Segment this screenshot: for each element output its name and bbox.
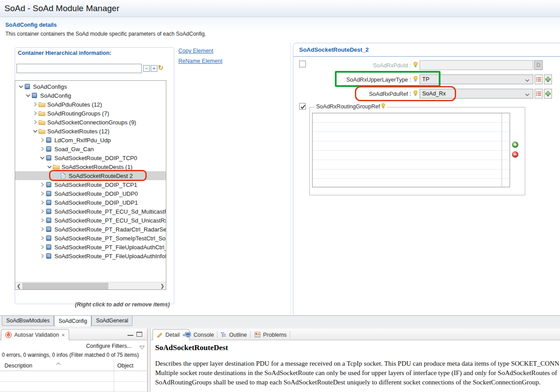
- rx-pdu-ref-value: SoAd_Rx: [422, 91, 446, 97]
- tree-item-soadroutinggroups[interactable]: SoAdRoutingGroups (7): [15, 109, 166, 118]
- chevron-down-icon[interactable]: [25, 92, 31, 99]
- routing-group-ref-table[interactable]: [312, 113, 510, 187]
- rename-element-link[interactable]: ReName Element: [178, 58, 222, 64]
- plus-icon: [545, 76, 551, 83]
- tree-item-socketroute-doip-udp0[interactable]: SoAdSocketRoute_DOIP_UDP0: [15, 189, 166, 198]
- chevron-right-icon[interactable]: [39, 252, 45, 260]
- tree-item-socketroute-pt-fileuploadauthinfo[interactable]: SoAdSocketRoute_PT_FileUploadAuthInfoN: [15, 252, 166, 260]
- refresh-icon[interactable]: ↻: [158, 64, 166, 72]
- chevron-right-icon[interactable]: [39, 190, 45, 197]
- section-band: [0, 17, 560, 42]
- tab-console[interactable]: Console: [181, 329, 218, 340]
- chevron-right-icon[interactable]: [39, 208, 45, 215]
- tree-item-label: SoAdSocketRoute_DOIP_UDP1: [54, 199, 138, 206]
- column-object[interactable]: Object: [117, 363, 133, 369]
- routing-group-ref-checkbox[interactable]: [299, 103, 306, 110]
- bulb-icon: [381, 103, 386, 110]
- choose-from-list-button[interactable]: [535, 74, 543, 84]
- minimize-icon[interactable]: [128, 332, 133, 336]
- panel-divider[interactable]: [290, 43, 291, 314]
- tree-item-label: SoAdRoutingGroups (7): [47, 110, 109, 117]
- column-description[interactable]: Description: [4, 363, 33, 369]
- chevron-right-icon[interactable]: [32, 101, 38, 108]
- chevron-right-icon[interactable]: [39, 181, 45, 188]
- chevron-right-icon[interactable]: [39, 199, 45, 206]
- tab-problems[interactable]: Problems: [251, 329, 290, 340]
- chevron-right-icon[interactable]: [39, 217, 45, 224]
- maximize-icon[interactable]: [136, 332, 142, 337]
- add-value-button[interactable]: [544, 74, 552, 84]
- module-icon: [45, 208, 53, 215]
- view-menu-icon[interactable]: [139, 343, 145, 351]
- add-value-button[interactable]: [544, 89, 552, 99]
- copy-element-link[interactable]: Copy Element: [178, 48, 222, 54]
- tree-item-socketroute-pt-radarctrl[interactable]: SoAdSocketRoute_PT_RadarCtrl_RadarServ: [15, 225, 166, 234]
- column-divider[interactable]: [114, 359, 114, 392]
- chevron-placeholder: [54, 172, 60, 179]
- table-row: [0, 391, 148, 392]
- expand-all-button[interactable]: +: [151, 65, 157, 72]
- tab-soadgeneral[interactable]: SoAdGeneral: [91, 316, 132, 326]
- tree-item-socketroute-doip-tcp0[interactable]: SoAdSocketRoute_DOIP_TCP0: [15, 153, 166, 162]
- tree-item-soadsocketconnectiongroups[interactable]: SoAdSocketConnectionGroups (9): [15, 118, 166, 127]
- configure-filters-link[interactable]: Configure Filters...: [86, 343, 132, 349]
- scroll-right-arrow-icon[interactable]: ❯: [159, 282, 166, 290]
- chevron-right-icon[interactable]: [32, 119, 38, 126]
- tab-autosar-validation[interactable]: Autosar Validation ✕: [1, 329, 69, 340]
- tree-item-socketroute-doip-tcp1[interactable]: SoAdSocketRoute_DOIP_TCP1: [15, 180, 166, 189]
- enable-pduid-checkbox[interactable]: [299, 61, 306, 67]
- tree-item-label: SoAdSocketRoute_DOIP_TCP1: [54, 182, 137, 188]
- tree-item-socketroute-pt-someiptestctrl[interactable]: SoAdSocketRoute_PT_SomeIpTestCtrl_Som: [15, 234, 166, 243]
- collapse-all-button[interactable]: −: [143, 65, 150, 72]
- scrollbar-thumb[interactable]: [22, 283, 108, 289]
- page-title: SoAd - SoAd Module Manager: [4, 4, 119, 13]
- scroll-left-arrow-icon[interactable]: ❮: [15, 282, 22, 290]
- list-icon: [535, 91, 542, 97]
- add-circle-icon: [512, 141, 519, 148]
- detail-view: Detail ✕ Console Outline Problems SoAdSo…: [150, 329, 560, 392]
- upper-layer-type-combobox[interactable]: TP: [420, 74, 533, 84]
- tree-item-socketroutedests[interactable]: SoAdSocketRouteDests (1): [15, 162, 166, 171]
- chevron-right-icon[interactable]: [39, 243, 45, 251]
- tab-outline[interactable]: Outline: [217, 329, 251, 340]
- tree-item-soadpduroutes[interactable]: SoAdPduRoutes (12): [15, 100, 166, 109]
- chevron-right-icon[interactable]: [39, 136, 45, 144]
- tree-item-socketroute-pt-ecu-sd-multicastrx[interactable]: SoAdSocketRoute_PT_ECU_Sd_MulticastRx: [15, 207, 166, 216]
- tree-item-socketroute-pt-ecu-sd-unicastrx[interactable]: SoAdSocketRoute_PT_ECU_Sd_UnicastRx: [15, 216, 166, 225]
- chevron-right-icon[interactable]: [39, 235, 45, 242]
- chevron-down-icon[interactable]: [18, 83, 24, 90]
- add-row-button[interactable]: [512, 141, 519, 148]
- chevron-down-icon[interactable]: [39, 154, 45, 161]
- remove-row-button[interactable]: [512, 151, 519, 158]
- tree-item-soadconfig[interactable]: SoAdConfig: [15, 91, 166, 100]
- tree-horizontal-scrollbar[interactable]: ❮ ❯: [15, 282, 166, 289]
- tree-item-label: SoAdSocketRouteDest 2: [69, 173, 133, 179]
- module-icon: [45, 217, 53, 224]
- chevron-down-icon[interactable]: [32, 128, 38, 135]
- tab-soadconfig[interactable]: SoAdConfig: [54, 316, 91, 327]
- tree-item-socketroute-doip-udp1[interactable]: SoAdSocketRoute_DOIP_UDP1: [15, 198, 166, 207]
- validation-flame-icon: [5, 331, 12, 338]
- chevron-down-icon[interactable]: [46, 163, 53, 170]
- tree-item-soadconfigs[interactable]: SoAdConfigs: [15, 82, 166, 91]
- tree-filter-input[interactable]: [16, 64, 142, 73]
- close-icon[interactable]: ✕: [62, 333, 65, 338]
- tree-item-socketroute-pt-fileuploadauthctrl[interactable]: SoAdSocketRoute_PT_FileUploadAuthCtrl_F: [15, 243, 166, 252]
- default-value-button[interactable]: D: [534, 60, 543, 70]
- tree-item-soadsocketroutes[interactable]: SoAdSocketRoutes (12): [15, 127, 166, 136]
- chevron-right-icon[interactable]: [32, 110, 38, 117]
- chevron-right-icon[interactable]: [39, 226, 45, 233]
- tree-item-soad-gw-can[interactable]: Soad_Gw_Can: [15, 144, 166, 153]
- tree-item-ldcom-rxifpdu-udp[interactable]: LdCom_RxIfPdu_Udp: [15, 136, 166, 144]
- rx-pdu-ref-combobox[interactable]: SoAd_Rx: [420, 89, 533, 99]
- module-icon: [45, 244, 53, 251]
- section-description: This container containers the SoAd modul…: [5, 31, 206, 37]
- upper-layer-type-label: SoAdRxUpperLayerType :: [309, 77, 411, 83]
- tab-soadbswmodules[interactable]: SoAdBswModules: [2, 316, 54, 326]
- container-tree: SoAdConfigs SoAdConfig SoAdPduRoutes (12…: [15, 80, 166, 290]
- detail-text-line: Describes the upper layer destination PD…: [155, 360, 559, 367]
- choose-from-list-button[interactable]: [535, 89, 543, 99]
- tree-item-socketroutedest-2-selected[interactable]: SoAdSocketRouteDest 2: [15, 171, 166, 180]
- bulb-icon: [413, 62, 418, 68]
- chevron-right-icon[interactable]: [39, 145, 45, 153]
